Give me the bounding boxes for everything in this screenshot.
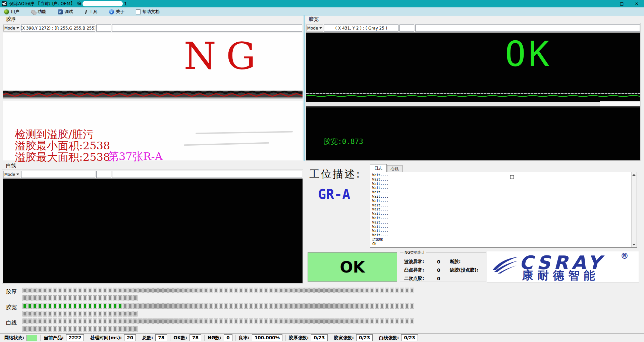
indicator-cell (28, 319, 32, 324)
indicator-cell (249, 288, 253, 293)
indicator-cell (108, 288, 112, 293)
scroll-down-icon[interactable] (632, 244, 636, 246)
indicator-cell (58, 326, 62, 332)
indicator-cell (28, 326, 32, 332)
indicator-cell (58, 303, 62, 309)
menu-label: 调试 (64, 9, 73, 15)
indicator-cell (304, 319, 309, 324)
indicator-cell (153, 319, 158, 324)
indicator-cell (128, 303, 132, 309)
log-panel[interactable]: Wait.... Wait.... Wait.... Wait.... Wait… (370, 172, 637, 248)
tab-log[interactable]: 日志 (370, 164, 387, 172)
indicator-cell (68, 311, 72, 316)
pixel-coord-readout-white-line (21, 171, 95, 178)
close-button[interactable]: ✕ (629, 0, 644, 7)
indicator-cell (365, 319, 369, 324)
tab-heartbeat[interactable]: 心跳 (387, 165, 402, 172)
ng-stat-value: 0 (437, 267, 450, 273)
indicator-cell (123, 303, 127, 309)
indicator-cell (133, 303, 138, 309)
result-status-button[interactable]: OK (308, 252, 397, 282)
indicator-cell (108, 319, 112, 324)
indicator-cell (410, 319, 414, 324)
mode-dropdown-glue-thickness[interactable]: Mode (3, 25, 20, 32)
message-field-white-line[interactable] (112, 171, 302, 178)
indicator-cell (168, 303, 173, 309)
menu-item-user[interactable]: 用户 (4, 9, 19, 15)
indicator-cell (68, 319, 72, 324)
indicator-cell (309, 303, 314, 309)
indicator-cell (123, 319, 127, 324)
indicator-cell (43, 288, 47, 293)
glue-width-image-canvas[interactable]: OK 胶宽:0.873 (306, 33, 640, 160)
indicator-cell (68, 326, 72, 332)
indicator-cell (28, 295, 32, 301)
indicator-cell (314, 288, 319, 293)
indicator-cell (189, 303, 193, 309)
indicator-cell (118, 319, 122, 324)
indicator-cell (360, 288, 364, 293)
indicator-cell (173, 319, 178, 324)
minimize-button[interactable]: — (600, 0, 614, 7)
log-scrollbar[interactable] (631, 172, 637, 247)
station-description-label: 工位描述: (309, 167, 361, 181)
glue-thickness-image-canvas[interactable]: NG 检测到溢胶/脏污 溢胶最小面积:2538 溢胶最大面积:2538 第37张… (3, 33, 303, 160)
menu-item-function[interactable]: 功能 (31, 9, 46, 15)
mode-dropdown-white-line[interactable]: Mode (3, 171, 20, 178)
log-checkbox[interactable] (510, 175, 514, 179)
indicator-cell (259, 288, 263, 293)
indicator-cell (329, 303, 334, 309)
indicator-cell (28, 303, 32, 309)
message-field-glue-thickness[interactable] (112, 25, 302, 32)
menu-item-about[interactable]: 关于 (109, 9, 124, 15)
indicator-cell (103, 303, 107, 309)
indicator-cell (98, 288, 102, 293)
redaction-mark (184, 142, 269, 146)
menu-item-help-doc[interactable]: 帮助文档 (136, 9, 160, 15)
indicator-cell (344, 303, 349, 309)
indicator-cell (38, 303, 42, 309)
indicator-cell (224, 288, 228, 293)
indicator-cell (199, 303, 203, 309)
indicator-cell (43, 326, 47, 332)
ng-stats-title: NG类型统计 (404, 250, 426, 255)
indicator-cell (123, 288, 127, 293)
indicator-cell (385, 319, 389, 324)
maximize-button[interactable]: □ (614, 0, 629, 7)
mode-dropdown-glue-width[interactable]: Mode (306, 25, 323, 32)
indicator-cell (400, 319, 404, 324)
menu-item-tools[interactable]: 工具 (85, 9, 98, 15)
indicator-cell (168, 319, 173, 324)
indicator-cell (53, 319, 57, 324)
log-content[interactable]: Wait.... Wait.... Wait.... Wait.... Wait… (370, 172, 637, 246)
statusbar-value: 0/23 (356, 334, 373, 341)
aux-field-glue-thickness[interactable] (96, 25, 111, 32)
white-line-image-canvas[interactable] (3, 179, 303, 283)
tools-icon (85, 9, 87, 14)
statusbar-label: 处理时间(ms): (90, 335, 122, 341)
indicator-cell (73, 295, 77, 301)
glue-edge-strip (3, 90, 303, 101)
indicator-cell (309, 288, 314, 293)
indicator-cell (339, 319, 344, 324)
defect-wave-red (3, 90, 303, 101)
menu-item-debug[interactable]: 调试 (58, 9, 73, 15)
panel-title-glue-width: 胶宽 (309, 16, 319, 22)
aoi-application-window: 侧涂AOI程序 【当前用户: OEM】 编 1 — □ ✕ 用户 功能 调试 工… (0, 0, 644, 342)
statusbar-label: OK数: (173, 335, 187, 341)
indicator-cell (108, 303, 112, 309)
indicator-cell (93, 288, 97, 293)
status-bar: 网络状态:当前产品:2222处理时间(ms):20总数:78OK数:78NG数:… (0, 333, 644, 342)
indicator-cell (83, 311, 87, 316)
indicator-cell (78, 303, 82, 309)
indicator-cell (299, 319, 304, 324)
aux-field-white-line[interactable] (96, 171, 111, 178)
indicator-cell (214, 303, 218, 309)
indicator-cell (279, 288, 283, 293)
indicator-cell (22, 326, 27, 332)
aux-field-glue-width[interactable] (399, 25, 414, 32)
scroll-up-icon[interactable] (632, 174, 636, 176)
indicator-cell (43, 295, 47, 301)
message-field-glue-width[interactable] (415, 25, 640, 32)
indicator-cell (22, 319, 27, 324)
